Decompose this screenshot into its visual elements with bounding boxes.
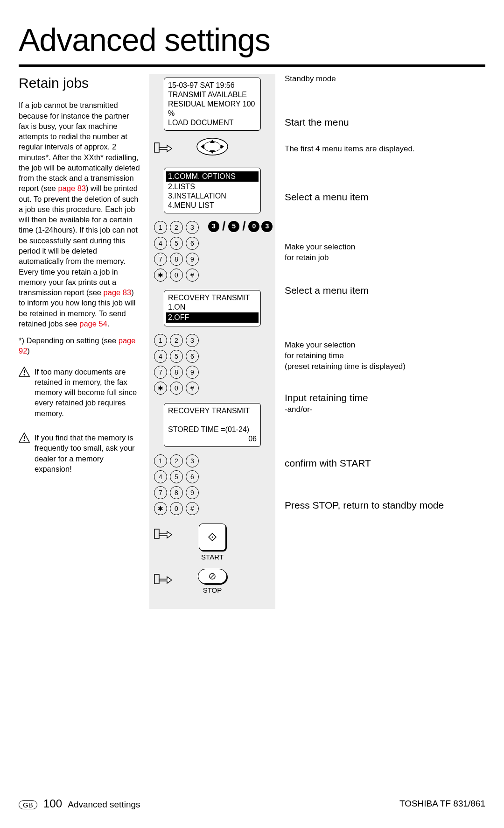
link-page-54[interactable]: page 54 — [79, 319, 107, 328]
lcd-recovery: RECOVERY TRANSMIT 1.ON 2.OFF — [164, 290, 261, 326]
footer-model: TOSHIBA TF 831/861 — [399, 798, 485, 810]
warning-icon — [19, 367, 30, 425]
svg-rect-13 — [154, 529, 159, 538]
svg-rect-6 — [154, 143, 159, 152]
keypad-icon: 123 456 789 ✱0# — [154, 454, 199, 518]
note-selection-retain: Make your selectionfor retain job — [285, 242, 485, 279]
svg-rect-16 — [154, 574, 159, 584]
start-button — [199, 524, 226, 551]
start-label: START — [194, 552, 231, 562]
step-confirm-start: confirm with START — [285, 457, 485, 494]
section-title: Retain jobs — [19, 74, 140, 93]
keypad-icon: 123 456 789 ✱0# — [154, 221, 199, 284]
pointing-hand-icon — [154, 526, 176, 541]
link-page-83a[interactable]: page 83 — [58, 184, 86, 192]
stop-label: STOP — [194, 586, 231, 595]
note-menu-items: The first 4 menu items are displayed. — [285, 144, 485, 186]
menu-code: 3/ 5/ 0 3 — [208, 218, 273, 234]
step-select-item-2: Select a menu item — [285, 284, 485, 335]
note-selection-time: Make your selectionfor retaining time(pr… — [285, 340, 485, 387]
stop-button — [198, 569, 227, 584]
dpad-button — [196, 137, 229, 159]
intro-paragraph: If a job cannot be transmitted because f… — [19, 100, 140, 329]
note-standby: Standby mode — [285, 74, 336, 83]
note-andor: -and/or- — [285, 404, 485, 415]
warning-2: If you find that the memory is frequentl… — [19, 432, 140, 481]
step-start-menu: Start the menu — [285, 116, 485, 139]
footnote: *) Depending on setting (see page 92) — [19, 335, 140, 356]
footer-left: GB 100 Advanced settings — [19, 796, 140, 811]
lcd-standby: 15-03-97 SAT 19:56 TRANSMIT AVAILABLE RE… — [164, 78, 261, 131]
svg-line-19 — [210, 574, 214, 578]
lcd-menu: 1.COMM. OPTIONS 2.LISTS 3.INSTALLATION 4… — [164, 168, 261, 213]
step-press-stop: Press STOP, return to standby mode — [285, 499, 485, 512]
svg-point-2 — [24, 374, 25, 375]
rule — [19, 64, 485, 67]
keypad-icon: 123 456 789 ✱0# — [154, 334, 199, 397]
svg-point-5 — [24, 440, 25, 441]
warning-1: If too many documents are retained in me… — [19, 367, 140, 425]
page-title: Advanced settings — [19, 19, 485, 62]
step-input-time: Input retaining time — [285, 391, 485, 404]
pointing-hand-icon — [154, 572, 176, 587]
link-page-83b[interactable]: page 83 — [104, 288, 132, 297]
step-select-item-1: Select a menu item — [285, 191, 485, 237]
svg-point-15 — [212, 537, 213, 538]
lcd-stored-time: RECOVERY TRANSMIT STORED TIME =(01-24) 0… — [164, 403, 261, 447]
pointing-hand-icon — [154, 140, 176, 155]
warning-icon — [19, 432, 30, 481]
